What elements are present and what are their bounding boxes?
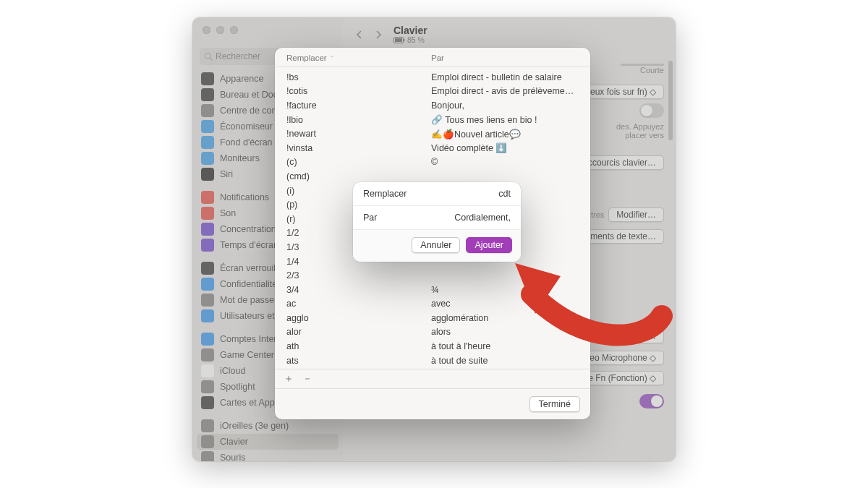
- dialog-replace-label: Remplacer: [363, 189, 407, 199]
- sidebar-item-label: Spotlight: [220, 382, 255, 392]
- cell-replace: ath: [286, 341, 431, 351]
- microphone-select[interactable]: eo Microphone ◇: [582, 351, 664, 365]
- sidebar-item-icon: [201, 72, 214, 85]
- page-title: Clavier: [393, 25, 427, 36]
- cell-by: 🔗 Tous mes liens en bio !: [431, 114, 579, 125]
- cell-replace: ac: [286, 299, 431, 309]
- svg-line-1: [210, 58, 212, 60]
- table-row[interactable]: (cmd): [275, 169, 590, 184]
- sidebar-item-label: Concentration: [220, 224, 276, 234]
- sidebar-item[interactable]: Souris: [192, 450, 343, 461]
- table-row[interactable]: !lbio🔗 Tous mes liens en bio !: [275, 113, 590, 127]
- cell-by: Emploi direct - avis de prélèvemen…: [431, 86, 579, 96]
- modify-button-2[interactable]: Modifier…: [608, 329, 664, 343]
- titlebar: Clavier 85 %: [343, 17, 676, 52]
- sidebar-item-label: Temps d'écran: [220, 240, 278, 250]
- sidebar-item-label: Écran verrouillé: [220, 263, 283, 273]
- sidebar-item-icon: [201, 451, 214, 461]
- sidebar-item-label: Bureau et Dock: [220, 90, 282, 100]
- table-row[interactable]: aloralors: [275, 325, 590, 340]
- sidebar-item-icon: [201, 239, 214, 252]
- slider-track[interactable]: [621, 64, 664, 66]
- sidebar-item-label: iCloud: [220, 366, 245, 376]
- fn-function-select[interactable]: e Fn (Fonction) ◇: [580, 371, 664, 385]
- cell-by: ¾: [431, 285, 579, 295]
- done-button[interactable]: Terminé: [529, 396, 580, 412]
- table-row[interactable]: acavec: [275, 297, 590, 312]
- table-footer: ＋ －: [275, 369, 590, 388]
- sidebar-item-icon: [201, 364, 214, 377]
- zoom-window-icon[interactable]: [230, 26, 238, 34]
- sidebar-item-label: Clavier: [220, 437, 248, 447]
- shortcuts-button[interactable]: ccourcis clavier…: [580, 155, 664, 170]
- table-row[interactable]: (c)©: [275, 155, 590, 170]
- sidebar-item[interactable]: iOreilles (3e gen): [192, 418, 343, 434]
- cell-replace: !lbio: [286, 115, 431, 125]
- sidebar-item-label: Souris: [220, 453, 245, 461]
- sidebar-item-label: Moniteurs: [220, 153, 260, 163]
- cell-by: Emploi direct - bulletin de salaire: [431, 72, 579, 82]
- sidebar-item-icon: [201, 88, 214, 101]
- sidebar-item-icon: [201, 136, 214, 149]
- remove-row-button[interactable]: －: [301, 372, 314, 385]
- sidebar-item-label: iOreilles (3e gen): [220, 421, 289, 431]
- toggle-1[interactable]: [639, 103, 664, 118]
- cell-by: Vidéo complète ⬇️: [431, 142, 579, 153]
- minimize-window-icon[interactable]: [216, 26, 224, 34]
- cancel-button[interactable]: Annuler: [412, 237, 460, 253]
- table-row[interactable]: atsà tout de suite: [275, 354, 590, 368]
- cell-replace: !facture: [286, 100, 431, 111]
- back-button[interactable]: [352, 27, 367, 43]
- window-controls: [203, 26, 238, 34]
- search-placeholder: Rechercher: [216, 51, 260, 61]
- ponctuation-toggle[interactable]: [639, 394, 664, 408]
- sidebar-item-icon: [201, 294, 214, 307]
- fn-hint-chip[interactable]: eux fois sur fn) ◇: [582, 85, 664, 99]
- sidebar-item-label: Apparence: [220, 74, 263, 84]
- cell-by: avec: [431, 299, 579, 309]
- sidebar-item-icon: [201, 120, 214, 133]
- table-row[interactable]: !bsEmploi direct - bulletin de salaire: [275, 70, 590, 85]
- table-row[interactable]: 3/4¾: [275, 283, 590, 297]
- close-window-icon[interactable]: [203, 26, 210, 34]
- table-row[interactable]: !factureBonjour,: [275, 98, 590, 113]
- dialog-by-field[interactable]: Cordialement,: [454, 213, 511, 223]
- table-row[interactable]: aggloagglomération: [275, 311, 590, 325]
- dialog-by-label: Par: [363, 213, 377, 223]
- cell-by: alors: [431, 327, 579, 337]
- add-row-button[interactable]: ＋: [282, 372, 295, 385]
- sidebar-item-label: Fond d'écran: [220, 137, 273, 147]
- sidebar-item-icon: [201, 262, 214, 275]
- table-row[interactable]: !newart✍️🍎Nouvel article💬: [275, 127, 590, 141]
- table-row[interactable]: 2/3: [275, 268, 590, 283]
- search-icon: [204, 52, 213, 61]
- cell-by: agglomération: [431, 313, 579, 323]
- sidebar-item-icon: [201, 152, 214, 165]
- sidebar-item-icon: [201, 168, 214, 181]
- sidebar-item-icon: [201, 348, 214, 361]
- add-button[interactable]: Ajouter: [466, 237, 512, 253]
- battery-icon: [393, 37, 405, 43]
- svg-rect-4: [395, 38, 402, 42]
- forward-button[interactable]: [370, 27, 386, 43]
- column-header-by[interactable]: Par: [431, 53, 579, 62]
- sidebar-item-icon: [201, 191, 214, 204]
- cell-replace: (c): [286, 157, 431, 167]
- cell-replace: 2/3: [286, 270, 431, 281]
- table-row[interactable]: athà tout à l'heure: [275, 339, 590, 354]
- table-row[interactable]: !vinstaVidéo complète ⬇️: [275, 141, 590, 155]
- sidebar-item-icon: [201, 104, 214, 117]
- cell-by: à tout de suite: [431, 356, 579, 366]
- svg-rect-3: [404, 39, 405, 41]
- table-header: Remplacer ⌃ Par: [275, 48, 590, 67]
- dialog-replace-field[interactable]: cdt: [498, 189, 511, 199]
- modify-button-1[interactable]: Modifier…: [608, 207, 664, 222]
- table-row[interactable]: !cotisEmploi direct - avis de prélèvemen…: [275, 85, 590, 99]
- sidebar-item-icon: [201, 419, 214, 432]
- sidebar-item[interactable]: Clavier: [197, 434, 339, 450]
- cell-replace: !cotis: [286, 86, 431, 96]
- sidebar-item-icon: [201, 435, 214, 448]
- text-replacements-button[interactable]: ements de texte…: [578, 229, 664, 244]
- scrollbar[interactable]: [668, 61, 673, 140]
- column-header-replace[interactable]: Remplacer ⌃: [286, 53, 431, 62]
